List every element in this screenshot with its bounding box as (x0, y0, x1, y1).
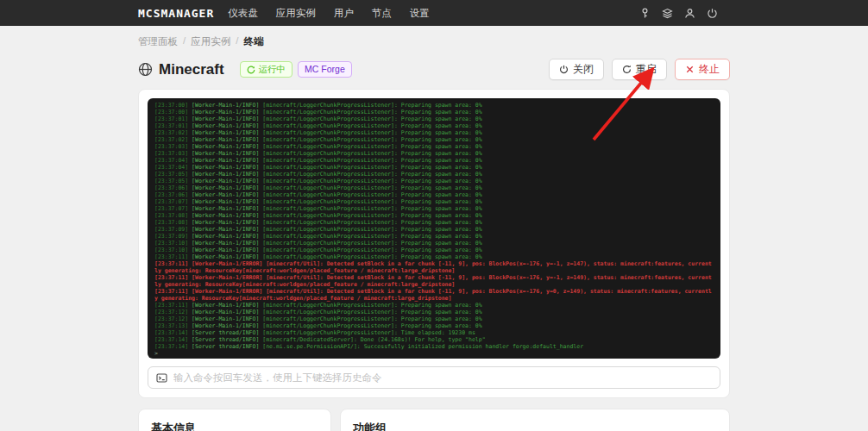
nav-item-instances[interactable]: 应用实例 (276, 7, 316, 20)
app-logo[interactable]: MCSMANAGER (138, 7, 214, 20)
log-line: [23:37:11] [Worker-Main-1/INFO] [minecra… (154, 253, 714, 260)
log-line: [23:37:09] [Worker-Main-1/INFO] [minecra… (154, 233, 714, 240)
log-line: [23:37:10] [Worker-Main-1/INFO] [minecra… (154, 247, 714, 253)
log-line: [23:37:11] [Worker-Main-1/ERROR] [minecr… (154, 260, 714, 274)
status-badge: 运行中 (240, 61, 293, 78)
user-icon[interactable] (684, 8, 695, 19)
close-x-icon (685, 65, 695, 74)
terminal-command-icon (156, 372, 167, 384)
log-line: [23:37:01] [Worker-Main-1/INFO] [minecra… (154, 116, 714, 122)
key-icon[interactable] (639, 8, 651, 19)
log-line: [23:37:05] [Worker-Main-1/INFO] [minecra… (154, 178, 714, 184)
command-bar (148, 366, 720, 389)
log-line: [23:37:03] [Worker-Main-1/INFO] [minecra… (154, 143, 714, 150)
log-line: [23:37:02] [Worker-Main-1/INFO] [minecra… (154, 129, 714, 136)
log-line: [23:37:14] [Server thread/INFO] [minecra… (154, 336, 714, 343)
terminal-prompt: > (154, 350, 714, 357)
log-line: [23:37:14] [Server thread/INFO] [ne.mi.s… (154, 343, 714, 350)
log-line: [23:37:01] [Worker-Main-1/INFO] [minecra… (154, 122, 714, 129)
command-input[interactable] (173, 372, 712, 383)
log-line: [23:37:13] [Worker-Main-1/INFO] [minecra… (154, 322, 714, 329)
sync-icon (247, 66, 255, 74)
reload-icon (622, 65, 632, 74)
power-icon[interactable] (707, 8, 718, 19)
layers-icon[interactable] (662, 8, 673, 19)
nav-item-settings[interactable]: 设置 (410, 7, 430, 20)
breadcrumb-separator: / (183, 35, 186, 48)
log-line: [23:37:00] [Worker-Main-1/INFO] [minecra… (154, 109, 714, 116)
log-line: [23:37:11] [Worker-Main-1/INFO] [minecra… (154, 302, 714, 309)
log-line: [23:37:09] [Worker-Main-1/INFO] [minecra… (154, 226, 714, 233)
log-line: [23:37:07] [Worker-Main-1/INFO] [minecra… (154, 205, 714, 212)
log-line: [23:37:07] [Worker-Main-1/INFO] [minecra… (154, 198, 714, 205)
log-line: [23:37:03] [Worker-Main-1/INFO] [minecra… (154, 150, 714, 157)
nav-item-dashboard[interactable]: 仪表盘 (228, 7, 258, 20)
breadcrumb-instances[interactable]: 应用实例 (191, 35, 230, 48)
breadcrumb-panel[interactable]: 管理面板 (138, 35, 178, 48)
log-line: [23:37:06] [Worker-Main-1/INFO] [minecra… (154, 191, 714, 198)
log-line: [23:37:14] [Server thread/INFO] [minecra… (154, 329, 714, 336)
log-line: [23:37:11] [Worker-Main-1/ERROR] [minecr… (154, 288, 714, 302)
nav-item-nodes[interactable]: 节点 (372, 7, 392, 20)
basic-info-card: 基本信息 名称: Minecraft 运行中 MC Forge 启动次数: 4 (138, 409, 331, 431)
log-line: [23:37:04] [Worker-Main-1/INFO] [minecra… (154, 164, 714, 171)
basic-info-title: 基本信息 (151, 421, 318, 431)
breadcrumb: 管理面板 / 应用实例 / 终端 (138, 35, 730, 48)
terminate-button[interactable]: 终止 (675, 59, 730, 80)
log-line: [23:37:12] [Worker-Main-1/INFO] [minecra… (154, 315, 714, 322)
restart-button[interactable]: 重启 (612, 59, 667, 80)
log-line: [23:37:10] [Worker-Main-1/INFO] [minecra… (154, 240, 714, 247)
log-line: [23:37:06] [Worker-Main-1/INFO] [minecra… (154, 184, 714, 191)
terminal-card: [23:37:00] [Worker-Main-1/INFO] [minecra… (138, 89, 730, 398)
type-badge: MC Forge (298, 61, 352, 78)
poweroff-icon (559, 65, 569, 74)
nav-item-users[interactable]: 用户 (334, 7, 354, 20)
log-line: [23:37:08] [Worker-Main-1/INFO] [minecra… (154, 219, 714, 226)
terminal[interactable]: [23:37:00] [Worker-Main-1/INFO] [minecra… (148, 98, 720, 359)
breadcrumb-separator: / (236, 35, 238, 48)
log-line: [23:37:05] [Worker-Main-1/INFO] [minecra… (154, 171, 714, 178)
log-line: [23:37:08] [Worker-Main-1/INFO] [minecra… (154, 212, 714, 219)
log-line: [23:37:12] [Worker-Main-1/INFO] [minecra… (154, 309, 714, 315)
function-group-card: 功能组 服务端配置文件 前往→ 文件管理 前往→ (340, 409, 730, 431)
breadcrumb-terminal: 终端 (243, 35, 263, 48)
log-line: [23:37:02] [Worker-Main-1/INFO] [minecra… (154, 136, 714, 143)
function-group-title: 功能组 (353, 421, 717, 431)
log-line: [23:37:04] [Worker-Main-1/INFO] [minecra… (154, 157, 714, 164)
globe-icon (138, 62, 153, 77)
close-button[interactable]: 关闭 (549, 59, 604, 80)
top-navbar: MCSMANAGER 仪表盘 应用实例 用户 节点 设置 (0, 0, 868, 26)
log-line: [23:37:11] [Worker-Main-1/ERROR] [minecr… (154, 274, 714, 288)
log-line: [23:37:00] [Worker-Main-1/INFO] [minecra… (154, 102, 714, 109)
nav-menu: 仪表盘 应用实例 用户 节点 设置 (228, 7, 430, 20)
page-title: Minecraft (159, 61, 224, 78)
